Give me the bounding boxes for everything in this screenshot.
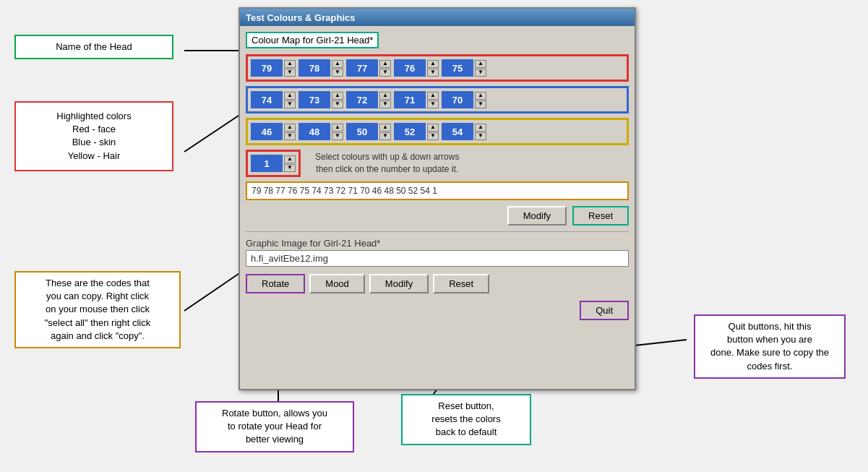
colour-value-76[interactable]: 76 (394, 59, 426, 77)
spinner-70: 70 ▲ ▼ (442, 91, 486, 108)
colour-value-70[interactable]: 70 (442, 91, 473, 108)
spinner-77-down[interactable]: ▼ (379, 69, 391, 77)
single-colour-row: 1 ▲ ▼ (246, 150, 301, 177)
graphic-label: Graphic Image for Girl-21 Head* (246, 238, 629, 249)
spinner-76-up[interactable]: ▲ (427, 60, 439, 68)
spinner-79-down[interactable]: ▼ (284, 69, 296, 77)
spinner-52-down[interactable]: ▼ (427, 132, 439, 140)
annotation-rotate-info-text: Rotate button, allows youto rotate your … (222, 408, 327, 445)
spinner-71-down[interactable]: ▼ (427, 100, 439, 108)
spinner-48: 48 ▲ ▼ (298, 123, 343, 140)
spinner-76-down[interactable]: ▼ (427, 69, 439, 77)
colour-value-74[interactable]: 74 (251, 91, 283, 108)
dialog-titlebar: Test Colours & Graphics (240, 9, 635, 26)
colour-value-78[interactable]: 78 (298, 59, 330, 77)
spinner-54: 54 ▲ ▼ (442, 123, 486, 140)
colour-value-72[interactable]: 72 (346, 91, 378, 108)
annotation-reset-info-text: Reset button,resets the colorsback to de… (431, 400, 500, 437)
annotation-quit-info-text: Quit buttons, hit thisbutton when you ar… (710, 321, 829, 372)
spinner-77-up[interactable]: ▲ (379, 60, 391, 68)
spinner-79-up[interactable]: ▲ (284, 60, 296, 68)
colour-value-46[interactable]: 46 (251, 123, 283, 140)
spinner-73: 73 ▲ ▼ (298, 91, 343, 108)
spinner-78: 78 ▲ ▼ (298, 59, 343, 77)
quit-row: Quit (246, 301, 629, 320)
spinner-52: 52 ▲ ▼ (394, 123, 439, 140)
colour-value-52[interactable]: 52 (394, 123, 426, 140)
spinner-70-down[interactable]: ▼ (475, 100, 486, 108)
annotation-quit-info: Quit buttons, hit thisbutton when you ar… (694, 314, 846, 379)
spinner-76: 76 ▲ ▼ (394, 59, 439, 77)
spinner-46: 46 ▲ ▼ (251, 123, 296, 140)
spinner-79: 79 ▲ ▼ (251, 59, 296, 77)
colour-value-54[interactable]: 54 (442, 123, 473, 140)
spinner-77: 77 ▲ ▼ (346, 59, 391, 77)
rotate-button[interactable]: Rotate (246, 274, 305, 293)
colour-value-73[interactable]: 73 (298, 91, 330, 108)
dialog-title: Test Colours & Graphics (246, 12, 355, 23)
spinner-71-up[interactable]: ▲ (427, 92, 439, 100)
spinner-1: 1 ▲ ▼ (251, 155, 296, 172)
spinner-78-up[interactable]: ▲ (332, 60, 343, 68)
spinner-46-up[interactable]: ▲ (284, 124, 296, 132)
spinner-1-down[interactable]: ▼ (284, 164, 296, 172)
spinner-72: 72 ▲ ▼ (346, 91, 391, 108)
colour-map-label-text: Colour Map for Girl-21 Head* (246, 32, 379, 48)
yellow-colour-row: 46 ▲ ▼ 48 ▲ ▼ 50 ▲ ▼ (246, 118, 629, 145)
colour-value-50[interactable]: 50 (346, 123, 378, 140)
divider (246, 231, 629, 232)
annotation-head-name: Name of the Head (14, 35, 173, 59)
spinner-72-down[interactable]: ▼ (379, 100, 391, 108)
graphic-filename-input[interactable] (246, 250, 629, 267)
annotation-reset-info: Reset button,resets the colorsback to de… (401, 394, 531, 445)
mood-button[interactable]: Mood (309, 274, 365, 293)
spinner-75: 75 ▲ ▼ (442, 59, 486, 77)
colour-value-77[interactable]: 77 (346, 59, 378, 77)
spinner-73-up[interactable]: ▲ (332, 92, 343, 100)
annotation-codes-info: These are the codes thatyou can copy. Ri… (14, 271, 181, 348)
colour-value-75[interactable]: 75 (442, 59, 473, 77)
spinner-50: 50 ▲ ▼ (346, 123, 391, 140)
spinner-70-up[interactable]: ▲ (475, 92, 486, 100)
spinner-74: 74 ▲ ▼ (251, 91, 296, 108)
spinner-73-down[interactable]: ▼ (332, 100, 343, 108)
spinner-48-up[interactable]: ▲ (332, 124, 343, 132)
colour-value-48[interactable]: 48 (298, 123, 330, 140)
annotation-rotate-info: Rotate button, allows youto rotate your … (195, 401, 354, 452)
spinner-54-down[interactable]: ▼ (475, 132, 486, 140)
quit-button[interactable]: Quit (580, 301, 629, 320)
graphic-reset-button[interactable]: Reset (433, 274, 489, 293)
spinner-48-down[interactable]: ▼ (332, 132, 343, 140)
colour-value-79[interactable]: 79 (251, 59, 283, 77)
annotation-head-name-text: Name of the Head (56, 41, 132, 52)
spinner-74-up[interactable]: ▲ (284, 92, 296, 100)
spinner-1-up[interactable]: ▲ (284, 155, 296, 163)
spinner-75-down[interactable]: ▼ (475, 69, 486, 77)
colour-modify-button[interactable]: Modify (507, 206, 567, 226)
spinner-74-down[interactable]: ▼ (284, 100, 296, 108)
spinner-52-up[interactable]: ▲ (427, 124, 439, 132)
code-output[interactable]: 79 78 77 76 75 74 73 72 71 70 46 48 50 5… (246, 181, 629, 200)
annotation-highlighted-colors: Highlighted colorsRed - faceBlue - skinY… (14, 101, 173, 171)
spinner-75-up[interactable]: ▲ (475, 60, 486, 68)
colour-map-label: Colour Map for Girl-21 Head* (246, 32, 629, 50)
spinner-78-down[interactable]: ▼ (332, 69, 343, 77)
dialog-window: Test Colours & Graphics Colour Map for G… (239, 7, 636, 390)
colour-buttons-row: Modify Reset (246, 206, 629, 226)
spinner-54-up[interactable]: ▲ (475, 124, 486, 132)
spinner-71: 71 ▲ ▼ (394, 91, 439, 108)
graphic-section: Graphic Image for Girl-21 Head* (246, 238, 629, 267)
colour-value-71[interactable]: 71 (394, 91, 426, 108)
blue-colour-row: 74 ▲ ▼ 73 ▲ ▼ 72 ▲ ▼ (246, 86, 629, 113)
graphic-buttons-row: Rotate Mood Modify Reset (246, 274, 629, 293)
colour-value-1[interactable]: 1 (251, 155, 283, 172)
graphic-modify-button[interactable]: Modify (369, 274, 429, 293)
annotation-highlighted-colors-text: Highlighted colorsRed - faceBlue - skinY… (56, 111, 131, 161)
colour-reset-button[interactable]: Reset (572, 206, 629, 226)
select-hint: Select colours with up & down arrowsthen… (315, 151, 459, 176)
spinner-50-up[interactable]: ▲ (379, 124, 391, 132)
red-colour-row: 79 ▲ ▼ 78 ▲ ▼ 77 ▲ ▼ (246, 54, 629, 82)
spinner-50-down[interactable]: ▼ (379, 132, 391, 140)
spinner-46-down[interactable]: ▼ (284, 132, 296, 140)
spinner-72-up[interactable]: ▲ (379, 92, 391, 100)
